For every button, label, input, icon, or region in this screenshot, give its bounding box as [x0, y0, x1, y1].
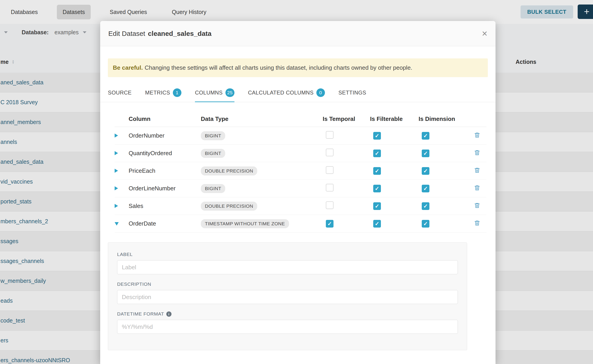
column-name: PriceEach	[129, 167, 201, 174]
column-editor-panel: LABEL DESCRIPTION DATETIME FORMAT i	[108, 242, 467, 350]
is-dimension-checkbox[interactable]: ✓	[422, 185, 429, 192]
column-row: SalesDOUBLE PRECISION✓✓	[115, 197, 487, 215]
tab-source[interactable]: SOURCE	[108, 88, 132, 102]
header-is-temporal: Is Temporal	[323, 116, 370, 123]
description-input[interactable]	[117, 290, 458, 304]
calculated-columns-count-badge: 0	[316, 88, 325, 97]
label-input[interactable]	[117, 260, 458, 274]
expand-caret-icon[interactable]	[115, 169, 118, 173]
modal-title-dataset-name: cleaned_sales_data	[148, 30, 211, 37]
description-field-label-text: DESCRIPTION	[117, 281, 151, 287]
close-icon[interactable]: ×	[482, 29, 488, 38]
is-dimension-checkbox[interactable]: ✓	[422, 167, 429, 175]
label-field-label-text: LABEL	[117, 252, 133, 257]
tab-settings[interactable]: SETTINGS	[338, 88, 366, 102]
is-dimension-checkbox[interactable]: ✓	[422, 150, 429, 157]
column-name: OrderDate	[129, 220, 201, 227]
tab-metrics[interactable]: METRICS 1	[145, 88, 181, 102]
warning-emphasis: Be careful.	[113, 64, 143, 71]
is-temporal-checkbox[interactable]	[326, 131, 334, 139]
data-type-pill: DOUBLE PRECISION	[201, 202, 257, 211]
delete-column-button[interactable]	[474, 132, 480, 139]
delete-column-button[interactable]	[474, 149, 480, 156]
trash-icon	[474, 167, 480, 173]
datetime-format-field-label: DATETIME FORMAT i	[117, 311, 458, 317]
is-temporal-checkbox[interactable]	[326, 166, 334, 174]
is-dimension-checkbox[interactable]: ✓	[422, 220, 429, 228]
delete-column-button[interactable]	[474, 184, 480, 192]
columns-count-badge: 25	[225, 88, 234, 97]
datetime-format-label-text: DATETIME FORMAT	[117, 311, 164, 317]
delete-column-button[interactable]	[474, 167, 480, 174]
expand-caret-icon[interactable]	[115, 151, 118, 155]
metrics-count-badge: 1	[173, 88, 181, 97]
label-field: LABEL	[117, 252, 458, 274]
header-is-dimension: Is Dimension	[419, 116, 473, 123]
edit-dataset-modal: Edit Datasetcleaned_sales_data × Be care…	[100, 21, 495, 364]
column-name: QuantityOrdered	[129, 150, 201, 157]
data-type-pill: BIGINT	[201, 131, 225, 140]
column-row: OrderNumberBIGINT✓✓	[115, 127, 487, 144]
datetime-format-field: DATETIME FORMAT i	[117, 311, 458, 334]
trash-icon	[474, 184, 480, 191]
warning-banner: Be careful.Changing these settings will …	[108, 58, 488, 77]
is-filterable-checkbox[interactable]: ✓	[373, 167, 381, 175]
columns-table-body: OrderNumberBIGINT✓✓QuantityOrderedBIGINT…	[115, 127, 487, 233]
tab-calculated-columns-label: CALCULATED COLUMNS	[248, 90, 314, 96]
is-dimension-checkbox[interactable]: ✓	[422, 202, 429, 210]
expand-caret-icon[interactable]	[115, 186, 118, 190]
data-type-pill: BIGINT	[201, 149, 225, 158]
is-temporal-checkbox[interactable]	[326, 184, 334, 191]
columns-table: Column Data Type Is Temporal Is Filterab…	[100, 111, 495, 233]
expand-caret-icon[interactable]	[115, 134, 118, 137]
is-filterable-checkbox[interactable]: ✓	[373, 202, 381, 210]
column-name: OrderNumber	[129, 132, 201, 139]
column-row: QuantityOrderedBIGINT✓✓	[115, 144, 487, 162]
columns-table-header: Column Data Type Is Temporal Is Filterab…	[115, 111, 487, 127]
modal-tabs: SOURCE METRICS 1 COLUMNS 25 CALCULATED C…	[100, 88, 495, 102]
description-field-label: DESCRIPTION	[117, 281, 458, 287]
trash-icon	[474, 220, 480, 226]
data-type-pill: BIGINT	[201, 184, 225, 193]
label-field-label: LABEL	[117, 252, 458, 257]
tab-calculated-columns[interactable]: CALCULATED COLUMNS 0	[248, 88, 325, 102]
header-data-type: Data Type	[201, 116, 323, 123]
tab-columns-label: COLUMNS	[195, 90, 223, 96]
warning-message: Changing these settings will affect all …	[145, 64, 412, 71]
modal-header: Edit Datasetcleaned_sales_data ×	[100, 21, 495, 46]
trash-icon	[474, 202, 480, 209]
column-row: OrderLineNumberBIGINT✓✓	[115, 180, 487, 197]
column-row: PriceEachDOUBLE PRECISION✓✓	[115, 162, 487, 180]
delete-column-button[interactable]	[474, 202, 480, 209]
modal-title: Edit Datasetcleaned_sales_data	[108, 30, 211, 38]
data-type-pill: DOUBLE PRECISION	[201, 166, 257, 176]
data-type-pill: TIMESTAMP WITHOUT TIME ZONE	[201, 219, 289, 228]
is-filterable-checkbox[interactable]: ✓	[373, 132, 381, 140]
info-icon[interactable]: i	[166, 312, 171, 317]
trash-icon	[474, 149, 480, 156]
column-row: OrderDateTIMESTAMP WITHOUT TIME ZONE✓✓✓	[115, 215, 487, 233]
description-field: DESCRIPTION	[117, 281, 458, 304]
is-dimension-checkbox[interactable]: ✓	[422, 132, 429, 140]
tab-source-label: SOURCE	[108, 90, 132, 96]
header-is-filterable: Is Filterable	[370, 116, 419, 123]
delete-column-button[interactable]	[474, 220, 480, 227]
is-temporal-checkbox[interactable]	[326, 149, 334, 156]
is-temporal-checkbox[interactable]	[326, 202, 334, 209]
is-filterable-checkbox[interactable]: ✓	[373, 185, 381, 192]
datetime-format-input[interactable]	[117, 320, 458, 334]
expand-caret-icon[interactable]	[115, 204, 118, 208]
column-name: Sales	[129, 202, 201, 209]
is-temporal-checkbox[interactable]: ✓	[326, 220, 334, 228]
modal-title-prefix: Edit Dataset	[108, 30, 145, 37]
collapse-caret-icon[interactable]	[115, 222, 119, 226]
trash-icon	[474, 132, 480, 138]
header-column: Column	[129, 116, 201, 123]
is-filterable-checkbox[interactable]: ✓	[373, 150, 381, 157]
tab-columns[interactable]: COLUMNS 25	[195, 88, 234, 102]
tab-settings-label: SETTINGS	[338, 90, 366, 96]
is-filterable-checkbox[interactable]: ✓	[373, 220, 381, 228]
tab-metrics-label: METRICS	[145, 90, 170, 96]
column-name: OrderLineNumber	[129, 185, 201, 192]
